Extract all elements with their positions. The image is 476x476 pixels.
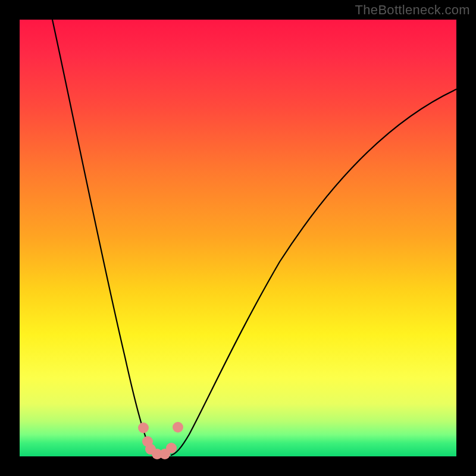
chart-container: TheBottleneck.com xyxy=(0,0,476,476)
watermark-text: TheBottleneck.com xyxy=(355,2,470,18)
bottleneck-curve-chart xyxy=(0,0,476,476)
marker xyxy=(138,422,149,433)
plot-area xyxy=(20,20,456,456)
marker xyxy=(166,443,177,453)
marker xyxy=(173,422,183,433)
